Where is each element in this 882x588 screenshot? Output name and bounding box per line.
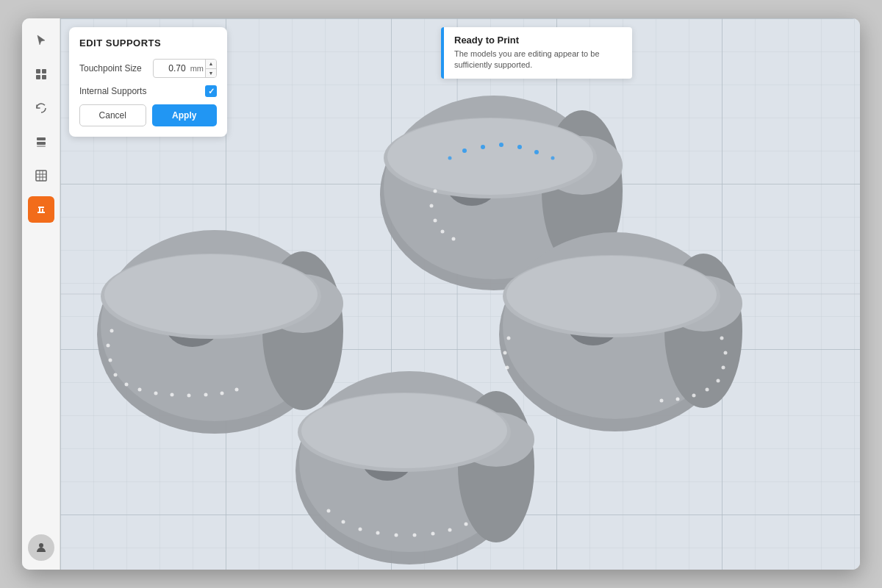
- app-window: EDIT SUPPORTS Touchpoint Size mm ▲ ▼ Int…: [22, 18, 860, 570]
- svg-rect-1: [42, 69, 46, 74]
- svg-point-55: [154, 392, 158, 395]
- svg-point-34: [448, 157, 452, 160]
- svg-point-31: [499, 143, 503, 147]
- svg-rect-3: [42, 75, 46, 79]
- svg-point-71: [722, 366, 725, 370]
- svg-point-72: [717, 379, 720, 383]
- undo-icon[interactable]: [28, 95, 54, 121]
- svg-point-92: [395, 534, 398, 537]
- svg-point-73: [706, 388, 709, 392]
- svg-point-90: [359, 528, 362, 531]
- layers-icon[interactable]: [28, 129, 54, 155]
- svg-point-40: [452, 237, 456, 241]
- svg-point-94: [431, 532, 435, 536]
- svg-point-38: [434, 219, 437, 223]
- svg-point-78: [503, 351, 507, 355]
- internal-supports-checkbox[interactable]: [205, 85, 217, 97]
- svg-point-30: [481, 145, 485, 149]
- svg-point-60: [235, 388, 239, 392]
- svg-rect-7: [36, 171, 46, 181]
- touchpoint-value[interactable]: [154, 63, 190, 74]
- svg-point-56: [171, 393, 174, 397]
- grid-icon[interactable]: [28, 61, 54, 87]
- touchpoint-unit: mm: [190, 64, 205, 73]
- svg-point-88: [327, 509, 331, 513]
- svg-point-68: [506, 256, 717, 334]
- svg-rect-14: [42, 209, 43, 212]
- main-content: EDIT SUPPORTS Touchpoint Size mm ▲ ▼ Int…: [60, 18, 860, 570]
- touchpoint-input[interactable]: mm ▲ ▼: [153, 59, 217, 78]
- svg-point-57: [187, 394, 191, 398]
- svg-point-93: [413, 534, 417, 537]
- svg-point-37: [430, 204, 434, 208]
- panel-title: EDIT SUPPORTS: [79, 37, 217, 49]
- svg-rect-12: [37, 212, 45, 213]
- sidebar: [22, 18, 60, 570]
- svg-point-89: [342, 520, 345, 524]
- svg-rect-0: [36, 69, 40, 74]
- svg-point-50: [107, 344, 110, 348]
- svg-point-54: [138, 388, 142, 392]
- svg-point-32: [517, 145, 522, 149]
- grid2-icon[interactable]: [28, 162, 54, 189]
- svg-point-48: [104, 254, 318, 335]
- svg-point-52: [114, 373, 118, 377]
- supports-icon[interactable]: [28, 196, 54, 223]
- spinner-down[interactable]: ▼: [206, 69, 216, 79]
- cursor-icon[interactable]: [28, 27, 54, 54]
- svg-rect-5: [37, 142, 46, 145]
- apply-button[interactable]: Apply: [152, 104, 218, 126]
- spinner-buttons: ▲ ▼: [205, 59, 216, 78]
- svg-rect-15: [38, 207, 44, 208]
- edit-panel: EDIT SUPPORTS Touchpoint Size mm ▲ ▼ Int…: [69, 27, 227, 137]
- svg-point-35: [551, 157, 555, 160]
- panel-buttons: Cancel Apply: [79, 104, 217, 126]
- svg-point-33: [534, 150, 539, 154]
- svg-point-74: [692, 394, 696, 398]
- ready-banner-title: Ready to Print: [454, 35, 622, 46]
- svg-point-36: [434, 190, 437, 193]
- svg-point-87: [301, 393, 507, 468]
- svg-point-96: [465, 523, 468, 526]
- cancel-button[interactable]: Cancel: [79, 104, 146, 126]
- svg-point-16: [39, 543, 43, 548]
- touchpoint-row: Touchpoint Size mm ▲ ▼: [79, 59, 217, 78]
- touchpoint-label: Touchpoint Size: [79, 63, 142, 74]
- svg-point-49: [110, 329, 114, 333]
- svg-point-53: [125, 383, 129, 387]
- svg-point-70: [724, 351, 728, 355]
- internal-supports-label: Internal Supports: [79, 86, 146, 96]
- svg-point-91: [376, 531, 380, 535]
- svg-rect-2: [36, 75, 40, 79]
- svg-point-51: [109, 359, 112, 362]
- svg-point-76: [660, 399, 664, 403]
- svg-point-69: [720, 337, 724, 340]
- svg-point-59: [220, 392, 224, 395]
- svg-point-79: [506, 366, 509, 370]
- user-avatar[interactable]: [28, 534, 54, 561]
- svg-point-39: [441, 230, 445, 234]
- internal-supports-row: Internal Supports: [79, 85, 217, 97]
- svg-point-58: [204, 393, 208, 397]
- svg-rect-13: [39, 207, 40, 212]
- svg-rect-6: [37, 146, 46, 147]
- svg-point-28: [387, 118, 593, 195]
- svg-rect-4: [37, 137, 46, 140]
- svg-point-75: [676, 398, 680, 401]
- ready-to-print-banner: Ready to Print The models you are editin…: [441, 27, 632, 79]
- viewport[interactable]: EDIT SUPPORTS Touchpoint Size mm ▲ ▼ Int…: [60, 18, 860, 570]
- svg-point-77: [507, 337, 511, 340]
- spinner-up[interactable]: ▲: [206, 59, 216, 69]
- svg-point-95: [448, 528, 452, 532]
- svg-point-29: [462, 148, 467, 153]
- ready-banner-message: The models you are editing appear to be …: [454, 49, 622, 71]
